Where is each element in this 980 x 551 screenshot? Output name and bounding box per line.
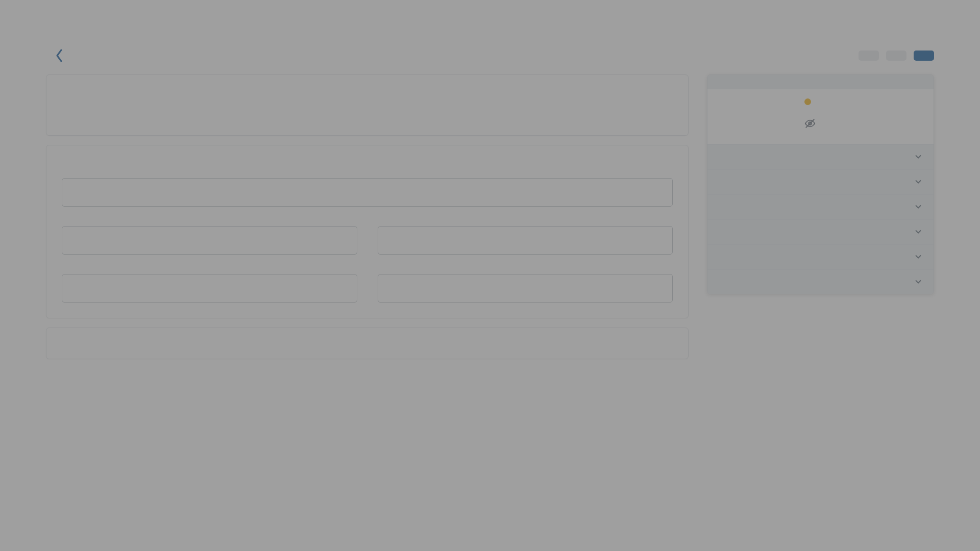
eye-off-icon — [804, 118, 816, 129]
chevron-down-icon — [913, 227, 923, 237]
import-card — [46, 145, 689, 318]
classes-select-input[interactable] — [62, 226, 357, 255]
status-visibility-header — [707, 75, 934, 89]
status-dot-icon — [804, 98, 811, 105]
back-to-articles-link[interactable] — [46, 49, 67, 62]
ids-select-input[interactable] — [62, 274, 357, 303]
cancel-button[interactable] — [859, 51, 879, 61]
section-support-category[interactable] — [707, 194, 934, 219]
chevron-down-icon — [913, 202, 923, 212]
main-column — [46, 74, 689, 359]
toolbar — [46, 49, 934, 62]
status-row — [718, 98, 923, 105]
visibility-row — [718, 117, 923, 131]
page-root — [0, 0, 980, 551]
save-draft-button[interactable] — [886, 51, 906, 61]
ids-ignore-input[interactable] — [378, 274, 673, 303]
chevron-left-icon — [55, 49, 63, 62]
section-target-user-groups[interactable] — [707, 144, 934, 169]
section-schedule-visibility[interactable] — [707, 219, 934, 244]
article-url-input[interactable] — [62, 178, 673, 207]
chevron-down-icon — [913, 152, 923, 162]
status-body — [707, 89, 934, 144]
next-card — [46, 328, 689, 359]
toolbar-actions — [859, 51, 934, 61]
section-manage-translations[interactable] — [707, 269, 934, 294]
section-advanced-settings[interactable] — [707, 244, 934, 269]
status-value — [804, 98, 816, 105]
columns — [46, 74, 934, 359]
classes-ignore-input[interactable] — [378, 226, 673, 255]
chevron-down-icon — [913, 252, 923, 262]
intro-card — [46, 74, 689, 136]
publish-button[interactable] — [914, 51, 934, 61]
section-connect-to-context[interactable] — [707, 169, 934, 194]
sidebar-panel — [707, 74, 934, 294]
chevron-down-icon — [913, 277, 923, 287]
chevron-down-icon — [913, 177, 923, 187]
visibility-value — [804, 117, 821, 131]
side-column — [707, 74, 934, 294]
